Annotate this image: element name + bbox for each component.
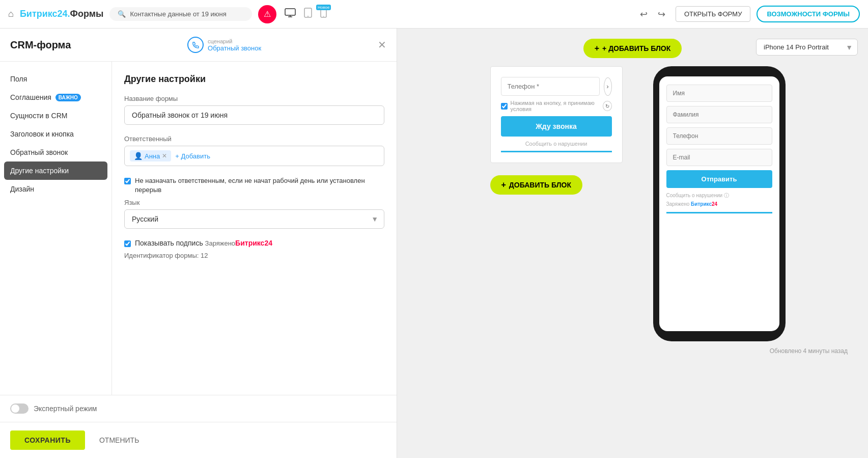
responsible-field[interactable]: 👤 Анна ✕ + Добавить (124, 146, 384, 166)
add-block-bottom-label: ДОБАВИТЬ БЛОК (509, 181, 571, 189)
close-button[interactable]: ✕ (378, 39, 386, 51)
preview-report-link[interactable]: Сообщить о нарушении (501, 141, 612, 147)
phone-powered-link[interactable]: Битрикс24 (691, 201, 717, 207)
preview-terms-text: Нажимая на кнопку, я принимаю условия (511, 100, 600, 112)
scenario-label: сценарий (208, 38, 261, 44)
phone-surname-input[interactable] (666, 106, 772, 123)
add-block-top-button[interactable]: + + ДОБАВИТЬ БЛОК (583, 39, 682, 58)
form-name-input[interactable] (124, 105, 384, 125)
phone-submit-btn[interactable]: Отправить (666, 170, 772, 188)
language-label: Язык (124, 199, 384, 206)
agreements-badge: ВАЖНО (55, 94, 81, 101)
undo-button[interactable]: ↩ (636, 7, 652, 22)
responsible-label: Ответственный (124, 135, 384, 143)
phone-icon (187, 37, 204, 53)
search-icon: 🔍 (118, 10, 126, 18)
device-dropdown[interactable]: iPhone 14 Pro Portrait iPhone 14 Pro Lan… (756, 39, 858, 56)
device-dropdown-wrapper: iPhone 14 Pro Portrait iPhone 14 Pro Lan… (756, 39, 858, 56)
capabilities-button[interactable]: ВОЗМОЖНОСТИ ФОРМЫ (757, 6, 860, 22)
alert-button[interactable]: ⚠ (258, 5, 276, 23)
crm-header: CRM-форма сценарий Обратный звонок ✕ (0, 29, 397, 62)
signature-link[interactable]: Битрикс24 (235, 239, 272, 247)
identifier-text: Идентификатор формы: 12 (124, 252, 208, 259)
nav-item-header-btn[interactable]: Заголовок и кнопка (0, 125, 111, 143)
device-selector: iPhone 14 Pro Portrait iPhone 14 Pro Lan… (756, 39, 858, 56)
header-right: ↩ ↪ ОТКРЫТЬ ФОРМУ ВОЗМОЖНОСТИ ФОРМЫ (636, 6, 860, 22)
crm-scenario: сценарий Обратный звонок (187, 37, 261, 53)
crm-title: CRM-форма (10, 39, 71, 51)
no-assign-label: Не назначать ответственным, если не нача… (135, 176, 384, 195)
remove-responsible-button[interactable]: ✕ (162, 152, 167, 159)
plus-icon: + (595, 44, 599, 53)
device-icons: Новое (283, 6, 329, 22)
phone-mockup: Отправить Сообщить о нарушении ⓘ Заряжен… (653, 66, 786, 341)
svg-point-4 (323, 16, 324, 17)
new-badge: Новое (316, 5, 331, 10)
nav-item-design[interactable]: Дизайн (0, 180, 111, 198)
right-preview: iPhone 14 Pro Portrait iPhone 14 Pro Lan… (397, 29, 868, 458)
section-title: Другие настройки (124, 74, 384, 85)
expert-toggle[interactable] (10, 403, 29, 414)
scenario-value[interactable]: Обратный звонок (208, 44, 261, 52)
nav-item-agreements[interactable]: Соглашения ВАЖНО (0, 88, 111, 106)
phone-tel-input[interactable] (666, 127, 772, 145)
top-header: ⌂ Битрикс24.Формы 🔍 Контактные данные от… (0, 0, 868, 29)
phone-report-link[interactable]: Сообщить о нарушении ⓘ (666, 192, 772, 199)
home-icon[interactable]: ⌂ (8, 9, 14, 19)
search-text: Контактные данные от 19 июня (130, 10, 226, 18)
expert-row: Экспертный режим (0, 395, 397, 422)
preview-phone-input[interactable] (501, 77, 600, 96)
show-signature-checkbox[interactable] (124, 240, 131, 247)
no-assign-group: Не назначать ответственным, если не нача… (124, 176, 384, 195)
phone-bottom-line (666, 212, 772, 213)
tablet-device-btn[interactable] (302, 6, 314, 22)
mobile-device-btn[interactable]: Новое (318, 6, 329, 22)
preview-submit-btn[interactable]: Жду звонка (501, 116, 612, 137)
language-select-wrapper: Русский English Deutsch ▼ (124, 209, 384, 229)
phone-email-input[interactable] (666, 149, 772, 166)
left-panel: CRM-форма сценарий Обратный звонок ✕ Пол… (0, 29, 397, 458)
expert-label: Экспертный режим (34, 405, 97, 413)
preview-checkbox-row: Нажимая на кнопку, я принимаю условия ↻ (501, 100, 612, 112)
signature-group: Показывать подпись ЗаряженоБитрикс24 (124, 239, 384, 247)
device-dropdown-arrow-icon: ▼ (846, 43, 853, 51)
redo-button[interactable]: ↪ (654, 7, 669, 22)
preview-phone-btn[interactable]: › (604, 77, 612, 96)
add-block-bottom-button[interactable]: + ДОБАВИТЬ БЛОК (490, 175, 583, 195)
phone-screen: Отправить Сообщить о нарушении ⓘ Заряжен… (659, 76, 779, 331)
desktop-preview: › Нажимая на кнопку, я принимаю условия … (490, 66, 623, 163)
nav-item-fields[interactable]: Поля (0, 70, 111, 88)
preview-row: › Нажимая на кнопку, я принимаю условия … (407, 66, 858, 341)
logo-text-b24: Битрикс24. (20, 9, 70, 19)
phone-row: › (501, 77, 612, 96)
cancel-button[interactable]: ОТМЕНИТЬ (91, 430, 147, 450)
responsible-group: Ответственный 👤 Анна ✕ + Добавить (124, 135, 384, 166)
identifier-group: Идентификатор формы: 12 (124, 251, 384, 259)
add-block-top-label: + ДОБАВИТЬ БЛОК (602, 44, 670, 52)
logo-text-forms: Формы (70, 9, 104, 19)
no-assign-checkbox[interactable] (124, 178, 131, 184)
logo: Битрикс24.Формы (20, 9, 104, 19)
save-button[interactable]: СОХРАНИТЬ (10, 430, 85, 450)
panel-footer: СОХРАНИТЬ ОТМЕНИТЬ (0, 422, 397, 458)
panel-body: Поля Соглашения ВАЖНО Сущности в CRM Заг… (0, 62, 397, 395)
undo-redo: ↩ ↪ (636, 7, 669, 22)
updated-text: Обновлено 4 минуты назад (770, 347, 848, 355)
desktop-device-btn[interactable] (283, 6, 298, 22)
nav-item-callback[interactable]: Обратный звонок (0, 143, 111, 161)
svg-rect-0 (285, 9, 295, 15)
language-group: Язык Русский English Deutsch ▼ (124, 199, 384, 229)
add-responsible-link[interactable]: + Добавить (175, 152, 210, 160)
svg-point-2 (307, 16, 309, 17)
open-form-button[interactable]: ОТКРЫТЬ ФОРМУ (676, 6, 751, 22)
header-search[interactable]: 🔍 Контактные данные от 19 июня (109, 7, 252, 21)
form-name-label: Название формы (124, 95, 384, 102)
nav-item-other-settings[interactable]: Другие настройки (4, 161, 107, 180)
nav-item-crm-entities[interactable]: Сущности в CRM (0, 106, 111, 125)
preview-underline (501, 151, 612, 152)
preview-terms-checkbox[interactable] (501, 103, 508, 110)
phone-name-input[interactable] (666, 85, 772, 102)
preview-refresh-btn[interactable]: ↻ (603, 101, 611, 111)
signature-label: Показывать подпись ЗаряженоБитрикс24 (135, 239, 272, 247)
language-select[interactable]: Русский English Deutsch (124, 209, 384, 229)
